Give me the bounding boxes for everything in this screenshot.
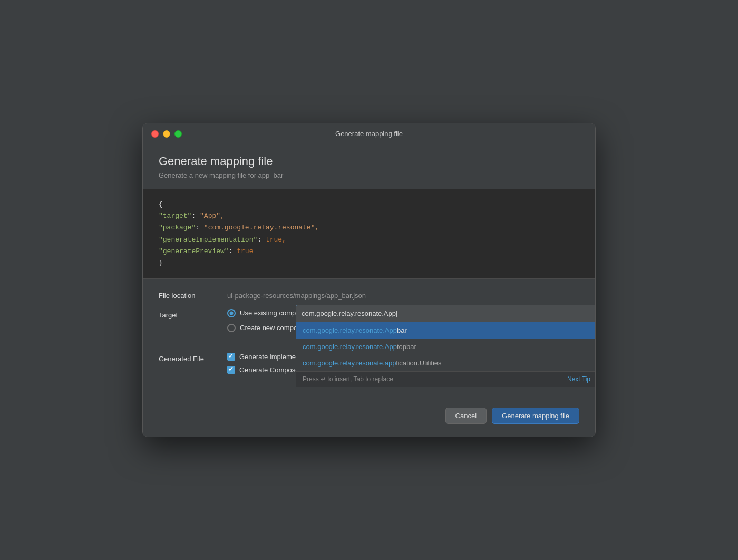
file-location-label: File location	[159, 289, 227, 300]
autocomplete-suffix-0: bar	[397, 326, 407, 334]
generate-button[interactable]: Generate mapping file	[492, 408, 579, 424]
autocomplete-prefix-2: com.google.relay.resonate.app	[303, 359, 396, 367]
code-key-1: "target"	[159, 212, 191, 220]
autocomplete-prefix-0: com.google.relay.resonate.App	[303, 326, 397, 334]
checkbox-impl[interactable]	[227, 353, 235, 361]
code-brace-open: {	[159, 199, 579, 210]
code-value-2: "com.google.relay.resonate",	[204, 224, 319, 231]
maximize-button[interactable]	[174, 130, 182, 138]
target-controls: Use existing composable Create new compo…	[227, 309, 579, 332]
code-value-1: "App",	[200, 212, 225, 220]
radio-existing[interactable]	[227, 309, 236, 317]
target-label: Target	[159, 309, 227, 319]
file-location-row: File location ui-package-resources/mappi…	[159, 289, 579, 300]
code-block: { "target": "App", "package": "com.googl…	[143, 189, 595, 279]
page-subtitle: Generate a new mapping file for app_bar	[159, 171, 579, 179]
autocomplete-item-1[interactable]: com.google.relay.resonate.Apptopbar	[296, 339, 596, 355]
cancel-button[interactable]: Cancel	[445, 408, 487, 424]
traffic-lights	[151, 130, 182, 138]
minimize-button[interactable]	[163, 130, 170, 138]
code-value-4: true	[237, 247, 253, 255]
code-line-2: "package": "com.google.relay.resonate",	[159, 222, 579, 234]
autocomplete-item-0[interactable]: com.google.relay.resonate.Appbar	[296, 322, 596, 339]
composable-input[interactable]	[296, 305, 596, 322]
titlebar-title: Generate mapping file	[335, 130, 403, 138]
code-value-3: true,	[266, 236, 286, 244]
autocomplete-dropdown: com.google.relay.resonate.Appbar com.goo…	[296, 322, 596, 387]
file-location-value: ui-package-resources/mappings/app_bar.js…	[227, 289, 366, 300]
target-row: Target Use existing composable Create ne…	[159, 309, 579, 332]
autocomplete-container: com.google.relay.resonate.Appbar com.goo…	[296, 305, 596, 387]
form-section: File location ui-package-resources/mappi…	[143, 279, 595, 399]
page-title: Generate mapping file	[159, 155, 579, 168]
code-key-2: "package"	[159, 224, 196, 231]
code-key-4: "generatePreview"	[159, 247, 229, 255]
radio-new[interactable]	[227, 324, 236, 332]
checkbox-preview[interactable]	[227, 366, 235, 374]
generated-file-label: Generated File	[159, 353, 227, 363]
button-row: Cancel Generate mapping file	[143, 399, 595, 437]
autocomplete-suffix-1: topbar	[397, 343, 416, 351]
dialog: Generate mapping file Generate mapping f…	[142, 123, 596, 437]
code-line-3: "generateImplementation": true,	[159, 234, 579, 246]
code-key-3: "generateImplementation"	[159, 236, 257, 244]
autocomplete-item-2[interactable]: com.google.relay.resonate.application.Ut…	[296, 355, 596, 371]
close-button[interactable]	[151, 130, 159, 138]
code-line-4: "generatePreview": true	[159, 246, 579, 257]
titlebar: Generate mapping file	[143, 123, 595, 144]
code-line-1: "target": "App",	[159, 210, 579, 222]
autocomplete-hint: Press ↵ to insert, Tab to replace	[303, 375, 393, 383]
autocomplete-prefix-1: com.google.relay.resonate.App	[303, 343, 397, 351]
header: Generate mapping file Generate a new map…	[143, 144, 595, 189]
autocomplete-next-tip[interactable]: Next Tip	[567, 375, 590, 383]
code-brace-close: }	[159, 257, 579, 269]
autocomplete-suffix-2: lication.Utilities	[396, 359, 442, 367]
autocomplete-input-wrapper	[296, 305, 596, 322]
autocomplete-footer: Press ↵ to insert, Tab to replace Next T…	[296, 371, 596, 387]
